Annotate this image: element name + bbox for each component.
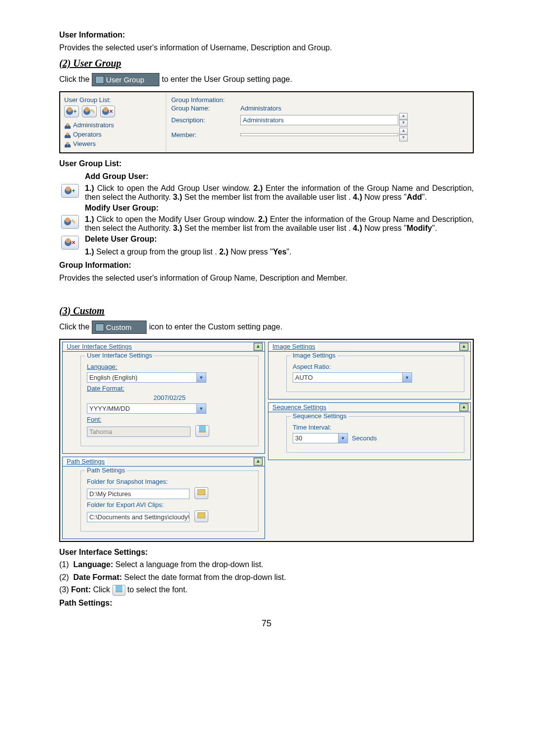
description-key: Description:: [171, 116, 240, 124]
date-format-combo[interactable]: YYYY/MM/DD ▾: [87, 403, 206, 414]
chevron-down-icon[interactable]: ▾: [402, 373, 412, 382]
aspect-ratio-label: Aspect Ratio:: [293, 363, 458, 370]
seconds-label: Seconds: [352, 434, 377, 442]
user-group-tab-icon: [95, 76, 104, 84]
image-settings-head[interactable]: Image Settings: [270, 343, 317, 350]
group-item-administrators[interactable]: Administrators: [64, 120, 163, 130]
uis-line3: (3) Font: Click to select the font.: [59, 584, 474, 596]
uis-line2: (2) Date Format: Select the date format …: [59, 572, 474, 583]
section-user-group-heading: (2) User Group: [59, 57, 474, 70]
avi-folder-input[interactable]: C:\Documents and Settings\cloudy\My: [87, 512, 190, 522]
uis-title: User Interface Settings:: [59, 547, 474, 558]
add-group-user-title: Add Group User:: [85, 171, 474, 182]
uis-head[interactable]: User Interface Settings: [65, 343, 134, 350]
member-key: Member:: [171, 131, 240, 139]
section-custom-heading: (3) Custom: [59, 304, 474, 318]
delete-user-group-body: 1.) Select a group from the group list .…: [85, 247, 474, 257]
custom-click-line: Click the Custom icon to enter the Custo…: [59, 321, 474, 334]
path-settings-title: Path Settings:: [59, 598, 474, 609]
custom-tab-icon: [95, 324, 104, 331]
delete-user-group-title: Delete User Group:: [85, 234, 474, 245]
user-group-tab-button[interactable]: User Group: [92, 73, 160, 86]
group-icon: [64, 132, 71, 138]
path-head[interactable]: Path Settings: [65, 458, 107, 465]
collapse-icon[interactable]: ▲: [459, 403, 468, 411]
uis-legend: User Interface Settings: [85, 352, 154, 359]
custom-tab-button[interactable]: Custom: [92, 321, 147, 334]
avi-folder-label: Folder for Export AVI Clips:: [87, 501, 252, 508]
user-information-heading: User Information:: [59, 30, 474, 40]
snapshot-folder-input[interactable]: D:\My Pictures: [87, 489, 190, 499]
custom-settings-panel: User Interface Settings ▲ User Interface…: [59, 339, 474, 542]
modify-user-group-body: 1.) Click to open the Modify User Group …: [85, 215, 474, 233]
modify-group-button[interactable]: ✎: [82, 106, 97, 117]
language-label: Language:: [87, 363, 252, 370]
uis-line1: (1) Language: Select a language from the…: [59, 559, 474, 570]
font-label: Font:: [87, 416, 252, 423]
folder-icon: [197, 489, 205, 495]
chevron-down-icon[interactable]: ▾: [196, 373, 206, 382]
group-icon: [64, 123, 71, 129]
user-group-click-line: Click the User Group to enter the User G…: [59, 73, 474, 86]
path-settings-group: Path Settings ▲ Path Settings Folder for…: [62, 457, 265, 539]
snapshot-folder-label: Folder for Snapshot Images:: [87, 478, 252, 485]
group-item-viewers[interactable]: Viewers: [64, 139, 163, 148]
time-interval-label: Time Interval:: [293, 424, 458, 431]
description-scroll[interactable]: ▲▼: [399, 113, 408, 127]
sequence-settings-group: Sequence Settings ▲ Sequence Settings Ti…: [268, 402, 471, 460]
collapse-icon[interactable]: ▲: [459, 343, 468, 351]
chevron-down-icon[interactable]: ▾: [196, 404, 206, 413]
language-combo[interactable]: English (English) ▾: [87, 372, 206, 383]
group-icon: [64, 142, 71, 147]
user-information-desc: Provides the selected user's information…: [59, 42, 474, 53]
browse-avi-button[interactable]: [194, 510, 208, 522]
image-settings-group: Image Settings ▲ Image Settings Aspect R…: [268, 342, 471, 399]
group-item-operators[interactable]: Operators: [64, 130, 163, 139]
font-select-icon: [113, 585, 125, 596]
font-field: Tahoma: [87, 427, 190, 437]
sequence-settings-head[interactable]: Sequence Settings: [270, 403, 328, 411]
group-information-title: Group Information:: [59, 260, 474, 271]
member-value[interactable]: [240, 133, 398, 136]
add-group-button[interactable]: +: [64, 106, 79, 117]
folder-icon: [197, 512, 205, 518]
delete-group-icon: ×: [61, 236, 79, 250]
user-group-list-title: User Group List:: [59, 158, 474, 169]
user-group-list-label: User Group List:: [64, 96, 163, 104]
path-legend: Path Settings: [85, 467, 127, 474]
chevron-down-icon[interactable]: ▾: [338, 433, 347, 443]
add-group-user-body: 1.) Click to open the Add Group User win…: [85, 184, 474, 202]
sequence-settings-legend: Sequence Settings: [291, 412, 348, 420]
modify-group-icon: ✎: [61, 215, 79, 229]
font-icon: [199, 426, 206, 432]
add-group-icon: +: [61, 184, 79, 198]
user-interface-settings-group: User Interface Settings ▲ User Interface…: [62, 342, 265, 454]
delete-group-button[interactable]: ×: [100, 106, 115, 117]
page-number: 75: [59, 618, 474, 629]
image-settings-legend: Image Settings: [291, 352, 338, 359]
time-interval-combo[interactable]: 30 ▾: [293, 433, 348, 443]
user-group-panel: User Group List: + ✎ × Administrators Op…: [59, 91, 474, 153]
group-information-label: Group Information:: [171, 96, 467, 104]
group-information-desc: Provides the selected user's information…: [59, 273, 474, 284]
group-name-key: Group Name:: [171, 105, 240, 112]
date-sample: 2007/02/25: [87, 394, 252, 401]
font-select-button[interactable]: [195, 425, 209, 437]
group-name-value: Administrators: [240, 105, 281, 112]
aspect-ratio-combo[interactable]: AUTO ▾: [293, 372, 412, 383]
collapse-icon[interactable]: ▲: [254, 343, 263, 351]
date-format-label: Date Format:: [87, 385, 252, 392]
modify-user-group-title: Modify User Group:: [85, 203, 474, 214]
browse-snapshot-button[interactable]: [194, 487, 208, 499]
member-scroll[interactable]: ▲▼: [399, 128, 408, 142]
collapse-icon[interactable]: ▲: [254, 458, 263, 466]
description-value[interactable]: Administrators: [240, 115, 398, 125]
